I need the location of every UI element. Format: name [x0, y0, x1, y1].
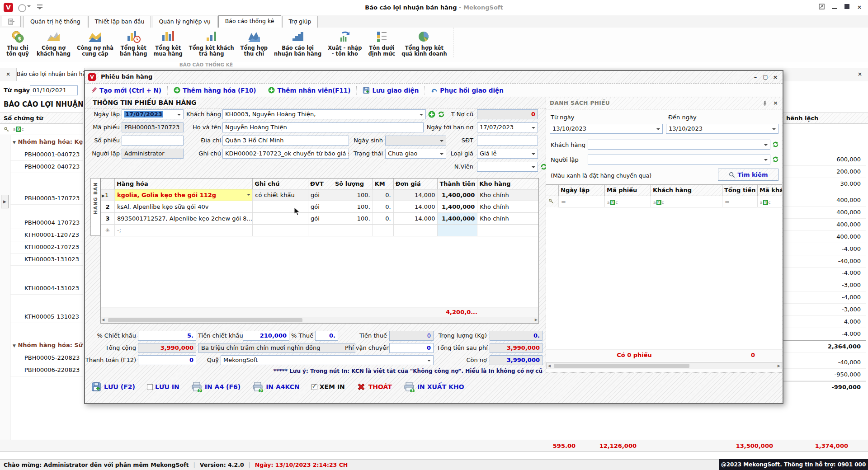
document-close-box[interactable]: × [0, 68, 17, 81]
print-save-checkbox[interactable]: LƯU IN [147, 383, 179, 390]
panel-to-input[interactable]: 13/10/2023 [666, 124, 778, 134]
report-row[interactable]: PBH00006-220823 [10, 364, 83, 376]
report-from-input[interactable]: 01/10/2021 [30, 85, 78, 95]
checkbox-checked-icon[interactable] [311, 384, 317, 390]
ribbon-item-cong-no-nha-cung-cap[interactable]: Công nợ nhàcung cấp [74, 28, 117, 58]
note-input[interactable]: KDH00002-170723_ok chuyển từ báo giá sa [222, 149, 349, 159]
panel-header[interactable]: DANH SÁCH PHIẾU × [546, 98, 782, 109]
phone-input[interactable] [477, 136, 538, 146]
report-filter-row[interactable]: aBc [0, 124, 83, 135]
add-staff-button[interactable]: Thêm nhân viên(F11) [268, 87, 350, 94]
print-a4kcn-button[interactable]: IN A4KCN [252, 381, 300, 392]
fullname-input[interactable]: Nguyễn Hoàng Thiện [222, 122, 424, 132]
price-type-select[interactable]: Giá lẻ [477, 149, 538, 159]
report-row[interactable]: KTH00005-131023 [10, 311, 83, 323]
main-menu-button[interactable] [2, 16, 21, 27]
report-row[interactable]: KTH00001-120723 [10, 229, 83, 241]
dialog-maximize-button[interactable]: ▢ [762, 74, 769, 80]
ribbon-item-tong-hop-thu-chi[interactable]: Tổng hợpthu chi [237, 28, 271, 58]
report-right-col-header[interactable]: hênh lệch [783, 113, 868, 124]
items-grid-hscrollbar[interactable]: ◀ ▶ [101, 317, 538, 323]
save-layout-button[interactable]: Lưu giao diện [363, 87, 419, 94]
dialog-close-button[interactable]: × [772, 74, 779, 80]
search-button[interactable]: Tìm kiếm [718, 169, 778, 181]
tab-quan-ly-nghiep-vu[interactable]: Quản lý nghiệp vụ [152, 16, 217, 28]
ribbon-item-tong-ket-ban-hang[interactable]: Tổng kếtbán hàng [117, 28, 151, 58]
scroll-right-arrow-icon[interactable]: ▶ [778, 364, 780, 368]
panel-hscrollbar[interactable]: ◀ ▶ [546, 362, 782, 369]
report-col-header[interactable]: Số chứng từ [0, 113, 83, 124]
panel-from-input[interactable]: 13/10/2023 [550, 124, 663, 134]
report-row[interactable]: PBH00003-170723 [10, 193, 83, 205]
report-group-row[interactable]: ▼ Nhóm hàng hóa: Kẹ [10, 136, 86, 148]
ship-input[interactable]: 0 [389, 343, 434, 353]
document-tab[interactable]: Báo cáo lợi nhuận bán hàng [17, 68, 85, 81]
report-group-row[interactable]: ▼ Nhóm hàng hóa: Sữ [10, 340, 86, 351]
scroll-right-arrow-icon[interactable]: ▶ [535, 318, 538, 322]
items-grid-row[interactable]: 3 8935001712527, Alpenlibe kẹo 2chew gói… [101, 213, 538, 225]
tax-pct-input[interactable]: 0. [315, 331, 338, 341]
discount-pct-input[interactable]: 5. [138, 331, 196, 341]
add-item-button[interactable]: Thêm hàng hóa (F10) [174, 87, 256, 94]
ribbon-item-ton-duoi-dinh-muc[interactable]: Tồn dướiđịnh mức [365, 28, 399, 58]
ribbon-item-tong-ket-khach-tra-hang[interactable]: Tổng kết kháchtrả hàng [186, 28, 237, 58]
ribbon-item-xuat-nhap-ton-kho[interactable]: Xuất - nhập- tồn kho [325, 28, 365, 58]
exit-button[interactable]: THOÁT [357, 382, 392, 391]
close-button[interactable]: × [855, 4, 863, 10]
report-row[interactable]: KTH00004-131023 [10, 282, 83, 295]
customer-input[interactable]: KH0003, Nguyễn Hoàng Thiện, [222, 109, 426, 119]
dialog-titlebar[interactable]: V Phiếu bán hàng – ▢ × [85, 71, 783, 84]
preview-checkbox[interactable]: XEM IN [311, 383, 345, 390]
report-row[interactable]: PBH00005-220823 [10, 352, 83, 364]
panel-grid-header[interactable]: Ngày lập Mã phiếu Khách hàng Tổng tiền M… [546, 185, 782, 196]
ribbon-item-bao-cao-loi-nhuan-ban-hang[interactable]: Báo cáo lợinhuận bán hàng [271, 28, 325, 58]
grid-side-tab[interactable]: HÀNG BÁN [90, 178, 100, 236]
scroll-left-arrow-icon[interactable]: ◀ [548, 364, 551, 368]
tab-quan-tri-he-thong[interactable]: Quản trị hệ thống [24, 16, 87, 28]
restore-layout-button[interactable]: Phục hồi giao diện [431, 87, 503, 94]
checkbox-icon[interactable] [147, 384, 153, 390]
due-date-input[interactable]: 17/07/2023 [477, 122, 538, 132]
panel-filter-row[interactable]: = aBc aBc = aBc [546, 196, 782, 207]
panel-customer-input[interactable] [588, 140, 770, 150]
date-input[interactable]: 17/07/2023 [122, 109, 184, 119]
tab-bao-cao-thong-ke[interactable]: Báo cáo thống kê [218, 15, 281, 28]
items-grid-row-selected[interactable]: ▶1 kgolia, Golia kẹo the gói 112g có chi… [101, 189, 538, 201]
items-grid-row[interactable]: 2 ksAl, Alpenlibe kẹo sữa gói 40v gói 10… [101, 201, 538, 213]
fit-screen-button[interactable] [817, 4, 826, 11]
ribbon-item-tong-ket-mua-hang[interactable]: Tổng kếtmua hàng [151, 28, 186, 58]
panel-close-icon[interactable]: × [773, 99, 778, 106]
maximize-button[interactable] [843, 4, 851, 10]
number-input[interactable] [122, 136, 184, 146]
scroll-thumb[interactable] [108, 318, 302, 322]
report-row[interactable]: PBH00002-040723 [10, 161, 83, 173]
ribbon-item-tong-hop-ket-qua-kinh-doanh[interactable]: Tổng hợp kếtquả kinh doanh [398, 28, 450, 58]
items-grid-header[interactable]: Hàng hóa Ghi chú ĐVT Số lượng KM Đơn giá… [101, 179, 538, 189]
ribbon-item-thu-chi-ton-quy[interactable]: €$ Thu chitồn quỹ [2, 28, 33, 58]
discount-input[interactable]: 210,000 [243, 331, 289, 341]
report-row[interactable]: KTH00002-170723 [10, 241, 83, 254]
report-row[interactable]: KTH00003-131023 [10, 254, 83, 266]
document-strip-close-icon[interactable]: × [855, 68, 864, 81]
minimize-button[interactable] [830, 4, 838, 10]
dialog-minimize-button[interactable]: – [752, 74, 759, 80]
print-a4-button[interactable]: IN A4 (F6) [191, 381, 241, 392]
fund-select[interactable]: MekongSoft [221, 355, 434, 365]
address-input[interactable]: Quận 3 Hồ Chí Minh [222, 136, 349, 146]
items-grid-new-row[interactable]: ✳ -; [101, 225, 538, 236]
pin-icon[interactable] [762, 100, 768, 107]
scroll-thumb[interactable] [554, 364, 689, 368]
pay-input[interactable]: 0 [138, 355, 196, 365]
expand-panel-button[interactable]: ▶ [1, 195, 9, 208]
tab-thiet-lap-ban-dau[interactable]: Thiết lập ban đầu [88, 16, 151, 28]
new-invoice-button[interactable]: Tạo mới (Ctrl + N) [90, 87, 161, 94]
tab-tro-giup[interactable]: Trợ giúp [282, 16, 318, 28]
report-row[interactable]: PBH00004-170723 [10, 217, 83, 229]
print-export-button[interactable]: IN XUẤT KHO [404, 381, 464, 392]
ribbon-item-cong-no-khach-hang[interactable]: Công nợkhách hàng [33, 28, 74, 58]
staff-select[interactable] [477, 162, 538, 172]
refresh-icon[interactable] [772, 141, 779, 148]
report-row[interactable]: PBH00001-040723 [10, 149, 83, 161]
scroll-left-arrow-icon[interactable]: ◀ [102, 318, 104, 322]
save-button[interactable]: LƯU (F2) [91, 382, 135, 392]
